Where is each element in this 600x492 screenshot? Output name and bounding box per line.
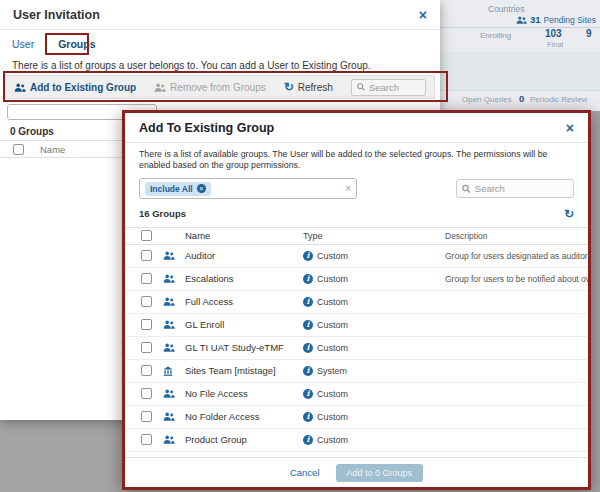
row-checkbox[interactable] [141, 319, 152, 330]
group-row[interactable]: GL TI UAT Study-eTMF i Custom [125, 337, 588, 360]
filter-row: Include All × × [139, 178, 574, 200]
modal-search-box[interactable] [456, 179, 574, 198]
row-type: i Custom [303, 389, 445, 399]
row-checkbox[interactable] [141, 388, 152, 399]
info-icon: i [303, 435, 313, 445]
group-row[interactable]: Escalations i Custom Group for users to … [125, 268, 588, 291]
info-icon: i [303, 366, 313, 376]
chip-remove-icon[interactable]: × [197, 184, 206, 193]
row-checkbox[interactable] [141, 273, 152, 284]
row-name: Escalations [185, 273, 303, 284]
dashboard-background: Countries 31 Pending Sites Enrolling 103… [440, 0, 600, 111]
row-type-label: Custom [317, 389, 348, 399]
tab-groups[interactable]: Groups [58, 38, 95, 50]
group-icon [163, 343, 175, 352]
remove-group-icon [154, 83, 166, 92]
name-column-header: Name [185, 230, 303, 241]
group-row[interactable]: Full Access i Custom [125, 291, 588, 314]
available-groups-count: 16 Groups [139, 208, 564, 219]
group-row[interactable]: GL Enroll i Custom [125, 314, 588, 337]
info-icon: i [303, 297, 313, 307]
row-name: Full Access [185, 296, 303, 307]
row-type-label: Custom [317, 320, 348, 330]
close-icon[interactable]: × [566, 121, 574, 135]
filter-chip-label: Include All [150, 184, 193, 194]
row-type: i Custom [303, 412, 445, 422]
group-row[interactable]: Product Group i Custom [125, 429, 588, 452]
refresh-label: Refresh [298, 82, 333, 93]
row-name: No File Access [185, 388, 303, 399]
row-checkbox[interactable] [141, 250, 152, 261]
group-row[interactable]: Auditor i Custom Group for users designa… [125, 245, 588, 268]
groups-search-box[interactable] [351, 79, 426, 96]
modal-title: Add To Existing Group [139, 121, 566, 135]
tab-user[interactable]: User [12, 38, 34, 50]
info-icon: i [303, 274, 313, 284]
add-to-groups-button[interactable]: Add to 0 Groups [336, 464, 424, 482]
modal-header: User Invitation × [0, 0, 440, 30]
group-icon [163, 297, 175, 306]
row-type: i Custom [303, 435, 445, 445]
modal-description: There is a list of available groups. The… [139, 149, 574, 172]
row-checkbox[interactable] [141, 296, 152, 307]
modal-search-input[interactable] [475, 183, 568, 194]
add-group-icon [14, 83, 26, 92]
group-icon [163, 435, 175, 444]
row-name: GL TI UAT Study-eTMF [185, 342, 303, 353]
filter-chip[interactable]: Include All × [145, 182, 211, 196]
row-type: i Custom [303, 343, 445, 353]
description-column-header: Description [445, 231, 588, 241]
modal-header: Add To Existing Group × [125, 113, 588, 143]
refresh-icon: ↻ [284, 80, 294, 94]
modal-title: User Invitation [13, 8, 419, 22]
backdrop-dim [440, 0, 600, 111]
refresh-button[interactable]: ↻ Refresh [284, 80, 333, 94]
filter-input-box[interactable]: Include All × × [139, 178, 357, 199]
info-icon: i [303, 343, 313, 353]
cancel-button[interactable]: Cancel [290, 467, 320, 478]
add-to-existing-group-button[interactable]: Add to Existing Group [14, 82, 136, 93]
row-name: GL Enroll [185, 319, 303, 330]
name-column-header: Name [40, 144, 65, 155]
row-name: Auditor [185, 250, 303, 261]
groups-tab-description: There is a list of groups a user belongs… [12, 60, 432, 71]
close-icon[interactable]: × [419, 8, 427, 22]
select-all-checkbox[interactable] [13, 144, 24, 155]
row-type-label: Custom [317, 343, 348, 353]
groups-search-input[interactable] [369, 82, 420, 93]
row-name: Sites Team [mtistage] [185, 365, 303, 376]
select-all-checkbox[interactable] [141, 230, 152, 241]
row-checkbox[interactable] [141, 342, 152, 353]
row-type-label: Custom [317, 274, 348, 284]
row-type: i System [303, 366, 445, 376]
row-checkbox[interactable] [141, 434, 152, 445]
row-name: Product Group [185, 434, 303, 445]
row-type-label: Custom [317, 435, 348, 445]
group-row[interactable]: No Folder Access i Custom [125, 406, 588, 429]
row-checkbox[interactable] [141, 365, 152, 376]
type-column-header: Type [303, 231, 445, 241]
add-to-existing-group-modal: Add To Existing Group × There is a list … [122, 110, 591, 490]
row-type: i Custom [303, 274, 445, 284]
row-type-label: Custom [317, 412, 348, 422]
row-type: i Custom [303, 320, 445, 330]
group-row[interactable]: No File Access i Custom [125, 383, 588, 406]
group-icon [163, 320, 175, 329]
group-row[interactable]: Sites Team [mtistage] i System [125, 360, 588, 383]
search-icon [462, 184, 471, 194]
info-icon: i [303, 389, 313, 399]
row-name: No Folder Access [185, 411, 303, 422]
row-description: Group for users to be notified about ove… [445, 274, 588, 284]
remove-from-groups-button[interactable]: Remove from Groups [154, 82, 266, 93]
search-icon [357, 82, 365, 92]
row-checkbox[interactable] [141, 411, 152, 422]
filter-clear-icon[interactable]: × [345, 183, 351, 194]
refresh-icon[interactable]: ↻ [564, 207, 574, 221]
screen: Countries 31 Pending Sites Enrolling 103… [0, 0, 600, 492]
site-icon [163, 366, 173, 376]
tab-bar: User Groups [12, 38, 96, 50]
info-icon: i [303, 251, 313, 261]
group-icon [163, 274, 175, 283]
remove-from-groups-label: Remove from Groups [170, 82, 266, 93]
groups-count-row: 16 Groups ↻ [139, 206, 574, 222]
